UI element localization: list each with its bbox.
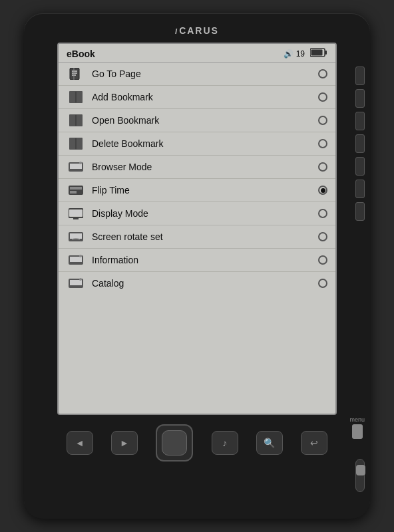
menu-item-radio-catalog[interactable] <box>318 279 327 288</box>
device-logo: ICARUS <box>175 25 219 36</box>
menu-item-label-add-bookmark: Add Bookmark <box>92 92 318 102</box>
svg-rect-3 <box>70 68 79 80</box>
bottom-controls: ◄ ► ♪ 🔍 ↩ <box>37 424 357 462</box>
svg-rect-23 <box>70 191 77 194</box>
menu-item-icon-delete-bookmark <box>67 137 85 150</box>
menu-item-icon-information <box>67 253 85 267</box>
svg-rect-35 <box>70 280 82 285</box>
svg-point-33 <box>79 255 82 257</box>
menu-item-radio-browser-mode[interactable] <box>318 162 327 172</box>
center-button-inner <box>162 430 187 456</box>
menu-item-label-flip-time: Flip Time <box>92 185 318 196</box>
volume-slider[interactable] <box>355 459 365 492</box>
music-icon: ♪ <box>222 438 227 448</box>
volume-thumb <box>356 465 365 475</box>
menu-item-delete-bookmark[interactable]: Delete Bookmark <box>59 132 335 156</box>
svg-rect-1 <box>311 50 323 56</box>
back-button[interactable]: ◄ <box>67 431 93 455</box>
menu-item-radio-open-bookmark[interactable] <box>318 116 327 125</box>
side-btn-2[interactable] <box>355 89 365 108</box>
menu-item-label-display-mode: Display Mode <box>92 208 318 219</box>
menu-item-label-browser-mode: Browser Mode <box>92 162 318 172</box>
search-icon: 🔍 <box>264 438 275 448</box>
battery-icon <box>310 48 327 59</box>
menu-item-radio-information[interactable] <box>318 255 327 265</box>
side-btn-7[interactable] <box>355 202 365 221</box>
menu-item-icon-open-bookmark <box>67 114 85 127</box>
side-btn-4[interactable] <box>355 134 365 153</box>
forward-icon: ► <box>120 438 129 448</box>
svg-rect-13 <box>76 114 83 126</box>
menu-text: menu <box>349 416 365 423</box>
svg-rect-9 <box>69 91 76 103</box>
side-btn-6[interactable] <box>355 180 365 198</box>
svg-point-20 <box>79 162 82 164</box>
ereader-device: ICARUS eBook 🔊 19 Go To PageAdd Bookmark… <box>24 13 370 519</box>
forward-button[interactable]: ► <box>111 431 138 455</box>
screen-title: eBook <box>67 49 95 59</box>
return-icon: ↩ <box>310 438 318 448</box>
menu-item-label-catalog: Catalog <box>92 278 318 289</box>
svg-rect-10 <box>76 91 83 103</box>
volume-level: 19 <box>296 49 305 59</box>
menu-item-radio-delete-bookmark[interactable] <box>318 139 327 148</box>
svg-rect-2 <box>325 51 327 55</box>
svg-rect-22 <box>70 187 82 190</box>
menu-item-add-bookmark[interactable]: Add Bookmark <box>59 86 335 109</box>
menu-item-go-to-page[interactable]: Go To Page <box>59 63 335 86</box>
menu-item-screen-rotate[interactable]: Screen rotate set <box>59 225 335 249</box>
status-bar: 🔊 19 <box>284 48 327 59</box>
menu-item-icon-screen-rotate <box>67 230 85 243</box>
search-button[interactable]: 🔍 <box>256 431 283 455</box>
svg-rect-32 <box>70 257 82 262</box>
menu-item-icon-flip-time <box>67 184 85 197</box>
svg-rect-12 <box>69 114 76 126</box>
menu-item-open-bookmark[interactable]: Open Bookmark <box>59 109 335 132</box>
svg-rect-30 <box>70 233 82 239</box>
menu-item-icon-browser-mode <box>67 160 85 174</box>
menu-item-icon-display-mode <box>67 207 85 220</box>
menu-list: Go To PageAdd BookmarkOpen BookmarkDelet… <box>59 63 335 295</box>
menu-item-radio-display-mode[interactable] <box>318 209 327 218</box>
screen-header: eBook 🔊 19 <box>59 44 335 63</box>
svg-rect-16 <box>76 138 83 150</box>
menu-item-radio-flip-time[interactable] <box>318 186 327 195</box>
menu-item-icon-go-to-page <box>67 67 85 80</box>
svg-rect-15 <box>69 138 76 150</box>
back-icon: ◄ <box>75 438 85 448</box>
side-buttons <box>355 66 365 221</box>
menu-item-browser-mode[interactable]: Browser Mode <box>59 156 335 179</box>
menu-slide-btn[interactable] <box>352 424 363 439</box>
center-button[interactable] <box>156 424 193 462</box>
svg-point-36 <box>79 278 82 281</box>
menu-item-icon-catalog <box>67 277 85 290</box>
menu-item-icon-add-bookmark <box>67 90 85 104</box>
menu-item-label-go-to-page: Go To Page <box>92 68 318 79</box>
menu-item-radio-screen-rotate[interactable] <box>318 232 327 241</box>
screen: eBook 🔊 19 Go To PageAdd BookmarkOpen Bo… <box>57 43 337 415</box>
svg-rect-19 <box>70 164 82 169</box>
volume-icon: 🔊 <box>284 49 294 59</box>
music-button[interactable]: ♪ <box>212 431 238 455</box>
side-btn-1[interactable] <box>355 66 365 85</box>
menu-item-display-mode[interactable]: Display Mode <box>59 202 335 225</box>
menu-item-radio-go-to-page[interactable] <box>318 69 327 78</box>
menu-item-label-delete-bookmark: Delete Bookmark <box>92 138 318 149</box>
menu-item-radio-add-bookmark[interactable] <box>318 92 327 102</box>
menu-item-flip-time[interactable]: Flip Time <box>59 179 335 202</box>
side-btn-3[interactable] <box>355 112 365 130</box>
menu-item-label-information: Information <box>92 255 318 265</box>
menu-item-label-screen-rotate: Screen rotate set <box>92 231 318 242</box>
menu-item-information[interactable]: Information <box>59 249 335 272</box>
svg-rect-25 <box>70 210 82 216</box>
menu-item-catalog[interactable]: Catalog <box>59 272 335 295</box>
menu-button-area: menu <box>349 416 365 439</box>
menu-item-label-open-bookmark: Open Bookmark <box>92 115 318 126</box>
return-button[interactable]: ↩ <box>301 431 327 455</box>
side-btn-5[interactable] <box>355 157 365 176</box>
